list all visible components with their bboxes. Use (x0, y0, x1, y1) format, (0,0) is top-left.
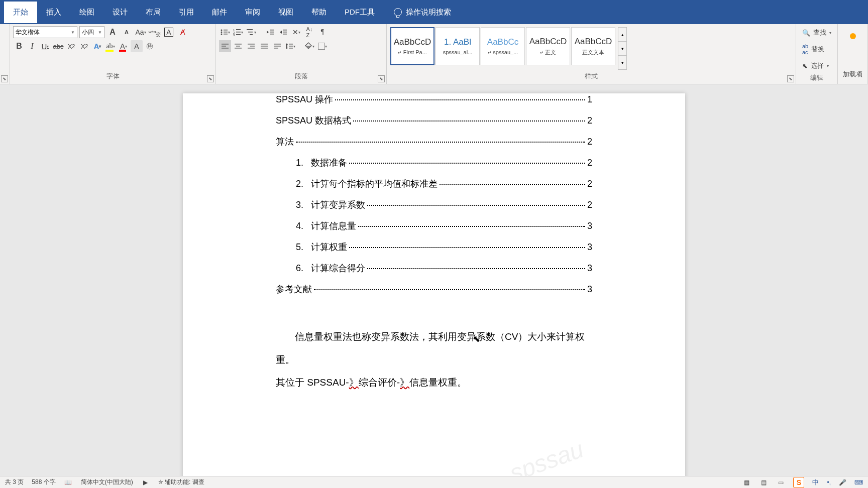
increase-indent-button[interactable] (277, 26, 289, 38)
web-layout-button[interactable]: ▭ (776, 478, 785, 486)
align-center-button[interactable] (232, 40, 244, 52)
highlight-button[interactable]: ab▾ (104, 40, 117, 52)
line-spacing-button[interactable]: ▾ (284, 40, 296, 52)
font-name-select[interactable]: 华文楷体 ▼ (13, 26, 77, 38)
body-paragraph: 其位于 SPSSAU-》综合评价-》信息量权重。 (276, 371, 592, 394)
paragraph-group-label: 段落 (219, 71, 383, 82)
tab-绘图[interactable]: 绘图 (70, 2, 103, 23)
phonetic-guide-button[interactable]: wén变 (149, 26, 161, 38)
accessibility-status[interactable]: ✯ 辅助功能: 调查 (158, 478, 204, 486)
shading-button[interactable]: ▾ (303, 40, 315, 52)
shrink-font-button[interactable]: A (121, 26, 133, 38)
font-color-button[interactable]: A▾ (118, 40, 130, 52)
toc-entry: 2.计算每个指标的平均值和标准差2 (276, 178, 592, 190)
replace-button[interactable]: abac 替换 (801, 41, 832, 57)
style-First Pa...[interactable]: AaBbCcDFirst Pa... (390, 27, 435, 65)
underline-button[interactable]: U▾ (39, 40, 51, 52)
editing-group-label: 编辑 (801, 72, 832, 83)
text-effects-button[interactable]: A▾ (91, 40, 103, 52)
svg-rect-7 (236, 29, 241, 30)
style-正文[interactable]: AaBbCcD正文 (526, 27, 570, 65)
italic-button[interactable]: I (26, 40, 38, 52)
keyboard-icon[interactable]: ⌨ (854, 479, 863, 486)
tab-邮件[interactable]: 邮件 (203, 2, 236, 23)
clipboard-dialog-launcher[interactable]: ⬊ (1, 75, 8, 82)
macro-icon[interactable]: ▶ (141, 478, 150, 486)
svg-rect-35 (274, 48, 278, 49)
numbering-button[interactable]: 123▾ (232, 26, 244, 38)
mic-icon[interactable]: 🎤 (839, 479, 846, 486)
show-marks-button[interactable]: ¶ (316, 26, 329, 38)
bullets-button[interactable]: ▾ (219, 26, 231, 38)
ime-status[interactable]: 中 (812, 478, 819, 487)
tab-PDF工具[interactable]: PDF工具 (336, 2, 384, 23)
svg-rect-12 (247, 29, 253, 30)
ribbon: ⬊ 华文楷体 ▼ 小四 ▼ A A Aa▾ wén变 A A̸ (0, 24, 868, 84)
tab-审阅[interactable]: 审阅 (236, 2, 269, 23)
styles-expand[interactable]: ▾ (618, 56, 626, 69)
align-left-button[interactable] (219, 40, 231, 52)
svg-rect-39 (289, 48, 293, 49)
svg-rect-24 (235, 44, 242, 45)
character-shading-button[interactable]: A (131, 40, 143, 52)
styles-scroll-down[interactable]: ▾ (618, 42, 626, 56)
style-spssau_...[interactable]: AaBbCcspssau_... (481, 27, 525, 65)
ime-punct-icon[interactable]: •, (827, 479, 831, 486)
spelling-icon[interactable]: 📖 (64, 478, 73, 486)
bold-button[interactable]: B (13, 40, 25, 52)
find-button[interactable]: 🔍 查找 ▾ (801, 26, 832, 39)
superscript-button[interactable]: X2 (78, 40, 90, 52)
distributed-button[interactable] (271, 40, 283, 52)
multilevel-list-button[interactable]: ▾ (245, 26, 257, 38)
toc-entry: 参考文献3 (276, 283, 592, 295)
svg-rect-33 (274, 44, 281, 45)
tab-开始[interactable]: 开始 (4, 2, 37, 23)
document-area[interactable]: SPSSAU 操作1SPSSAU 数据格式2算法21.数据准备22.计算每个指标… (0, 84, 868, 476)
styles-scroll: ▴ ▾ ▾ (618, 27, 627, 70)
change-case-button[interactable]: Aa▾ (135, 26, 147, 38)
tab-引用[interactable]: 引用 (170, 2, 203, 23)
language-status[interactable]: 简体中文(中国大陆) (81, 478, 133, 486)
read-mode-button[interactable]: ▦ (742, 478, 751, 486)
tab-布局[interactable]: 布局 (137, 2, 170, 23)
style-正文文本[interactable]: AaBbCcD正文文本 (571, 27, 615, 65)
styles-group-label: 样式 (390, 71, 793, 82)
character-border-button[interactable]: A (163, 26, 175, 38)
enclose-characters-button[interactable]: ㊕ (144, 40, 156, 52)
font-size-select[interactable]: 小四 ▼ (79, 26, 104, 38)
page-count[interactable]: 共 3 页 (5, 478, 24, 486)
asian-layout-button[interactable]: ✕▾ (290, 26, 302, 38)
font-dialog-launcher[interactable]: ⬊ (207, 75, 214, 82)
clear-formatting-button[interactable]: A̸ (177, 26, 189, 38)
decrease-indent-button[interactable] (264, 26, 276, 38)
align-right-button[interactable] (245, 40, 257, 52)
font-name-value: 华文楷体 (16, 28, 40, 37)
styles-dialog-launcher[interactable]: ⬊ (787, 75, 794, 82)
strikethrough-button[interactable]: abc (52, 40, 64, 52)
select-button[interactable]: ⬉ 选择 ▾ (801, 59, 832, 72)
svg-rect-25 (236, 46, 240, 47)
addin-label: 加载项 (843, 70, 862, 79)
word-count[interactable]: 588 个字 (32, 478, 55, 486)
toc-entry: 4.计算信息量3 (276, 220, 592, 232)
paragraph-dialog-launcher[interactable]: ⬊ (378, 75, 385, 82)
tab-设计[interactable]: 设计 (103, 2, 137, 23)
svg-rect-5 (224, 34, 228, 35)
style-spssau_al...[interactable]: 1. AaBlspssau_al... (436, 27, 480, 65)
borders-button[interactable]: ▾ (316, 40, 329, 52)
tab-视图[interactable]: 视图 (269, 2, 302, 23)
print-layout-button[interactable]: ▤ (759, 478, 768, 486)
tab-帮助[interactable]: 帮助 (302, 2, 336, 23)
search-icon: 🔍 (802, 29, 810, 37)
tell-me[interactable]: 操作说明搜索 (384, 8, 451, 17)
sort-button[interactable]: A↓Z (303, 26, 315, 38)
tab-插入[interactable]: 插入 (37, 2, 70, 23)
styles-scroll-up[interactable]: ▴ (618, 28, 626, 42)
justify-button[interactable] (258, 40, 270, 52)
svg-rect-21 (222, 44, 229, 45)
subscript-button[interactable]: X2 (65, 40, 77, 52)
sogou-ime-icon[interactable]: S (793, 477, 804, 488)
grow-font-button[interactable]: A (106, 26, 119, 38)
styles-group: AaBbCcDFirst Pa...1. AaBlspssau_al...AaB… (387, 24, 796, 84)
addin-icon[interactable] (850, 33, 856, 39)
